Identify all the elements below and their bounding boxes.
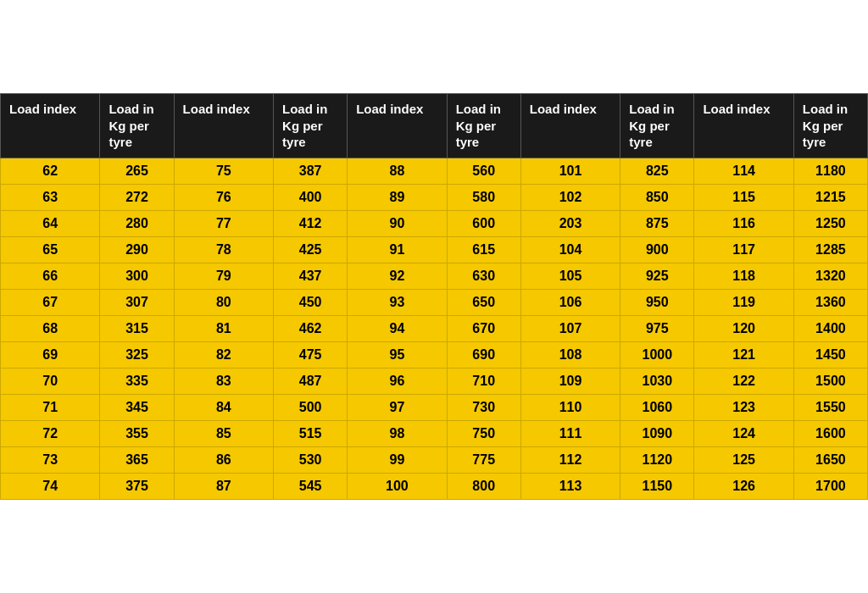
cell-8-3: 487 [274,368,348,394]
cell-8-8: 122 [694,368,793,394]
cell-11-5: 775 [447,446,520,473]
cell-12-4: 100 [348,473,447,499]
cell-6-8: 120 [694,315,793,341]
cell-7-5: 690 [447,341,520,368]
cell-5-3: 450 [274,289,348,315]
load-index-table: Load indexLoad inKg pertyreLoad indexLoa… [0,93,868,500]
cell-10-9: 1600 [793,420,867,446]
cell-0-6: 101 [520,158,620,184]
cell-5-4: 93 [348,289,447,315]
cell-0-4: 88 [348,158,447,184]
cell-7-1: 325 [100,341,174,368]
cell-7-2: 82 [174,341,273,368]
cell-10-3: 515 [274,420,348,446]
table-row: 73365865309977511211201251650 [1,446,868,473]
cell-1-4: 89 [348,184,447,210]
cell-6-6: 107 [520,315,620,341]
cell-11-7: 1120 [620,446,694,473]
cell-12-1: 375 [100,473,174,499]
table-row: 71345845009773011010601231550 [1,394,868,420]
header-col-0: Load index [1,94,100,158]
cell-11-8: 125 [694,446,793,473]
cell-4-6: 105 [520,263,620,289]
cell-7-8: 121 [694,341,793,368]
cell-11-6: 112 [520,446,620,473]
cell-1-6: 102 [520,184,620,210]
cell-5-5: 650 [447,289,520,315]
cell-12-8: 126 [694,473,793,499]
cell-3-1: 290 [100,236,174,263]
table-row: 6428077412906002038751161250 [1,210,868,236]
header-col-8: Load index [694,94,793,158]
cell-4-8: 118 [694,263,793,289]
header-col-9: Load inKg pertyre [793,94,867,158]
cell-0-1: 265 [100,158,174,184]
cell-6-2: 81 [174,315,273,341]
cell-3-4: 91 [348,236,447,263]
cell-0-5: 560 [447,158,520,184]
cell-10-0: 72 [1,420,100,446]
cell-2-9: 1250 [793,210,867,236]
table-row: 6529078425916151049001171285 [1,236,868,263]
table-row: 6226575387885601018251141180 [1,158,868,184]
cell-7-4: 95 [348,341,447,368]
cell-3-9: 1285 [793,236,867,263]
table-row: 743758754510080011311501261700 [1,473,868,499]
cell-2-5: 600 [447,210,520,236]
load-index-table-wrapper: Load indexLoad inKg pertyreLoad indexLoa… [0,93,868,500]
cell-3-3: 425 [274,236,348,263]
cell-4-2: 79 [174,263,273,289]
cell-9-7: 1060 [620,394,694,420]
cell-7-9: 1450 [793,341,867,368]
cell-2-8: 116 [694,210,793,236]
header-col-7: Load inKg pertyre [620,94,694,158]
cell-6-3: 462 [274,315,348,341]
cell-10-8: 124 [694,420,793,446]
cell-12-6: 113 [520,473,620,499]
cell-12-3: 545 [274,473,348,499]
cell-1-9: 1215 [793,184,867,210]
cell-3-7: 900 [620,236,694,263]
cell-9-2: 84 [174,394,273,420]
cell-1-3: 400 [274,184,348,210]
cell-10-7: 1090 [620,420,694,446]
cell-4-4: 92 [348,263,447,289]
cell-12-9: 1700 [793,473,867,499]
cell-12-2: 87 [174,473,273,499]
cell-9-4: 97 [348,394,447,420]
cell-2-4: 90 [348,210,447,236]
cell-12-0: 74 [1,473,100,499]
cell-3-8: 117 [694,236,793,263]
cell-9-3: 500 [274,394,348,420]
cell-1-2: 76 [174,184,273,210]
cell-9-1: 345 [100,394,174,420]
cell-0-8: 114 [694,158,793,184]
cell-1-0: 63 [1,184,100,210]
cell-5-8: 119 [694,289,793,315]
cell-5-7: 950 [620,289,694,315]
cell-8-1: 335 [100,368,174,394]
table-body: 6226575387885601018251141180632727640089… [1,158,868,499]
cell-0-0: 62 [1,158,100,184]
header-col-2: Load index [174,94,273,158]
cell-4-7: 925 [620,263,694,289]
cell-0-2: 75 [174,158,273,184]
cell-8-5: 710 [447,368,520,394]
cell-0-7: 825 [620,158,694,184]
cell-11-1: 365 [100,446,174,473]
cell-3-0: 65 [1,236,100,263]
cell-5-9: 1360 [793,289,867,315]
cell-12-7: 1150 [620,473,694,499]
cell-6-5: 670 [447,315,520,341]
cell-1-1: 272 [100,184,174,210]
cell-5-2: 80 [174,289,273,315]
cell-3-6: 104 [520,236,620,263]
cell-6-7: 975 [620,315,694,341]
cell-8-7: 1030 [620,368,694,394]
cell-0-9: 1180 [793,158,867,184]
header-col-1: Load inKg pertyre [100,94,174,158]
cell-8-0: 70 [1,368,100,394]
cell-1-8: 115 [694,184,793,210]
cell-11-3: 530 [274,446,348,473]
cell-9-5: 730 [447,394,520,420]
